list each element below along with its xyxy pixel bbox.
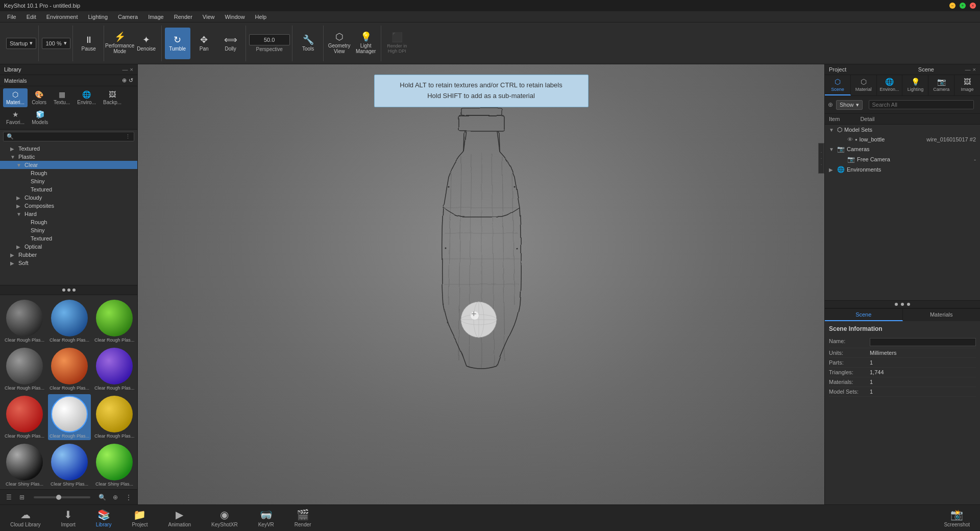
tree-item-soft[interactable]: ▶ Soft (0, 259, 137, 267)
denoise-button[interactable]: ✦ Denoise (134, 28, 159, 59)
collapse-panel-button[interactable]: · · · (818, 143, 824, 174)
material-item-dark-rough2[interactable]: Clear Rough Plas... (3, 346, 46, 392)
tab-environment[interactable]: 🌐 Environ... (877, 75, 903, 95)
bottom-tab-keyvr[interactable]: 🥽 KeyVR (258, 509, 274, 527)
menu-image[interactable]: Image (144, 13, 168, 21)
panel-close-icon[interactable]: × (130, 66, 133, 73)
tree-environments[interactable]: ▶ 🌐 Environments (825, 164, 980, 175)
tree-low-bottle[interactable]: 👁 ● low_bottle wire_016015017 #2 (825, 135, 980, 144)
rp-close-icon[interactable]: × (973, 66, 976, 73)
light-manager-button[interactable]: 💡 Light Manager (353, 28, 379, 59)
zoom-dropdown[interactable]: 100 % ▾ (42, 38, 70, 49)
tab-textures[interactable]: ▦ Textu... (51, 88, 73, 107)
tree-item-textured2[interactable]: Textured (0, 185, 137, 194)
material-item-white-selected[interactable]: Clear Rough Plas... (48, 394, 91, 440)
si-input-name[interactable] (870, 338, 976, 346)
menu-render[interactable]: Render (170, 13, 197, 21)
tree-item-rubber[interactable]: ▶ Rubber (0, 251, 137, 259)
tab-scene[interactable]: ⬡ Scene (825, 75, 851, 95)
tab-backplates[interactable]: 🖼 Backp... (100, 88, 125, 107)
bottom-tab-project[interactable]: 📁 Project (132, 509, 148, 527)
subpanel-icon2[interactable]: ↺ (129, 77, 133, 84)
grid-size-slider[interactable] (34, 496, 90, 498)
si-tab-materials[interactable]: Materials (903, 309, 981, 321)
list-view-button[interactable]: ☰ (3, 492, 14, 503)
scene-search-input[interactable] (872, 102, 970, 108)
material-item-orange[interactable]: Clear Rough Plas... (48, 346, 91, 392)
tree-item-shiny[interactable]: Shiny (0, 177, 137, 185)
tab-camera[interactable]: 📷 Camera (928, 75, 954, 95)
library-search-input[interactable] (16, 134, 123, 140)
menu-lighting[interactable]: Lighting (84, 13, 112, 21)
tab-image[interactable]: 🖼 Image (954, 75, 980, 95)
pan-button[interactable]: ✥ Pan (191, 28, 217, 59)
material-item-blue-shiny[interactable]: Clear Shiny Plas... (48, 442, 91, 488)
material-item-dark-rough[interactable]: Clear Rough Plas... (3, 298, 46, 344)
bottom-tab-import[interactable]: ⬇ Import (61, 509, 75, 527)
show-dropdown[interactable]: Show ▾ (836, 100, 863, 110)
bottom-tab-animation[interactable]: ▶ Animation (168, 509, 191, 527)
tree-item-textured[interactable]: ▶ Textured (0, 144, 137, 153)
menu-view[interactable]: View (199, 13, 219, 21)
material-item-green[interactable]: Clear Rough Plas... (93, 298, 136, 344)
slider-thumb[interactable] (56, 495, 61, 500)
tree-item-hard-textured[interactable]: Textured (0, 234, 137, 243)
grid-view-button[interactable]: ⊞ (16, 492, 28, 503)
tree-item-hard[interactable]: ▼ Hard (0, 210, 137, 218)
bottom-tab-keyshotxr[interactable]: ◉ KeyShotXR (211, 509, 238, 527)
tree-item-composites[interactable]: ▶ Composites (0, 202, 137, 210)
tree-item-plastic[interactable]: ▼ Plastic (0, 153, 137, 161)
tree-item-clear[interactable]: ▼ Clear (0, 161, 137, 169)
more-options-button[interactable]: ⋮ (123, 492, 134, 503)
perspective-dropdown[interactable]: 50.0 (249, 34, 290, 45)
material-item-red[interactable]: Clear Rough Plas... (3, 394, 46, 440)
material-item-green-shiny[interactable]: Clear Shiny Plas... (93, 442, 136, 488)
bottom-tab-render[interactable]: 🎬 Render (295, 509, 311, 527)
rp-minimize-icon[interactable]: — (965, 66, 971, 73)
tab-environments[interactable]: 🌐 Enviro... (74, 88, 99, 107)
subpanel-icon1[interactable]: ⊕ (122, 77, 127, 84)
screenshot-button[interactable]: 📸 Screenshot (944, 509, 970, 527)
tab-models[interactable]: 🧊 Models (29, 108, 51, 127)
close-button[interactable]: × (970, 3, 976, 9)
tree-item-hard-shiny[interactable]: Shiny (0, 226, 137, 234)
material-item-blue[interactable]: Clear Rough Plas... (48, 298, 91, 344)
bottom-tab-cloud-library[interactable]: ☁ Cloud Library (10, 509, 40, 527)
tree-free-camera[interactable]: 📷 Free Camera - (825, 154, 980, 164)
tree-cameras[interactable]: ▼ 📷 Cameras (825, 144, 980, 154)
menu-environment[interactable]: Environment (42, 13, 82, 21)
performance-mode-button[interactable]: ⚡ Performance Mode (107, 28, 133, 59)
workspace-dropdown[interactable]: Startup ▾ (6, 38, 36, 49)
search-options-icon[interactable]: ⋮ (125, 133, 131, 140)
tree-item-hard-rough[interactable]: Rough (0, 218, 137, 226)
tab-material[interactable]: ⬡ Material (851, 75, 877, 95)
menu-camera[interactable]: Camera (114, 13, 142, 21)
add-button[interactable]: ⊕ (110, 492, 121, 503)
material-item-purple[interactable]: Clear Rough Plas... (93, 346, 136, 392)
menu-edit[interactable]: Edit (22, 13, 40, 21)
minimize-button[interactable]: − (949, 3, 955, 9)
maximize-button[interactable]: + (960, 3, 966, 9)
tree-item-rough[interactable]: Rough (0, 169, 137, 177)
menu-help[interactable]: Help (251, 13, 271, 21)
tools-button[interactable]: 🔧 Tools (296, 28, 321, 59)
viewport[interactable]: Hold ALT to retain textures and/or CTRL … (138, 64, 824, 504)
si-tab-scene[interactable]: Scene (825, 309, 903, 321)
tab-lighting[interactable]: 💡 Lighting (902, 75, 928, 95)
tree-model-sets[interactable]: ▼ ⬡ Model Sets (825, 125, 980, 135)
geometry-view-button[interactable]: ⬡ Geometry View (327, 28, 352, 59)
search-button[interactable]: 🔍 (96, 492, 108, 503)
render-high-dpi-button[interactable]: ⬛ Render in High DPI (384, 28, 410, 59)
material-item-yellow[interactable]: Clear Rough Plas... (93, 394, 136, 440)
tree-item-cloudy[interactable]: ▶ Cloudy (0, 194, 137, 202)
tab-materials[interactable]: ⬡ Materi... (3, 88, 28, 107)
visibility-icon[interactable]: 👁 (847, 136, 853, 142)
menu-file[interactable]: File (3, 13, 20, 21)
tree-item-optical[interactable]: ▶ Optical (0, 243, 137, 251)
bottom-tab-library[interactable]: 📚 Library (96, 509, 112, 527)
window-controls[interactable]: − + × (949, 3, 976, 9)
pause-button[interactable]: ⏸ Pause (76, 28, 102, 59)
tab-favorites[interactable]: ★ Favori... (3, 108, 28, 127)
tab-colors[interactable]: 🎨 Colors (29, 88, 50, 107)
dolly-button[interactable]: ⟺ Dolly (218, 28, 243, 59)
